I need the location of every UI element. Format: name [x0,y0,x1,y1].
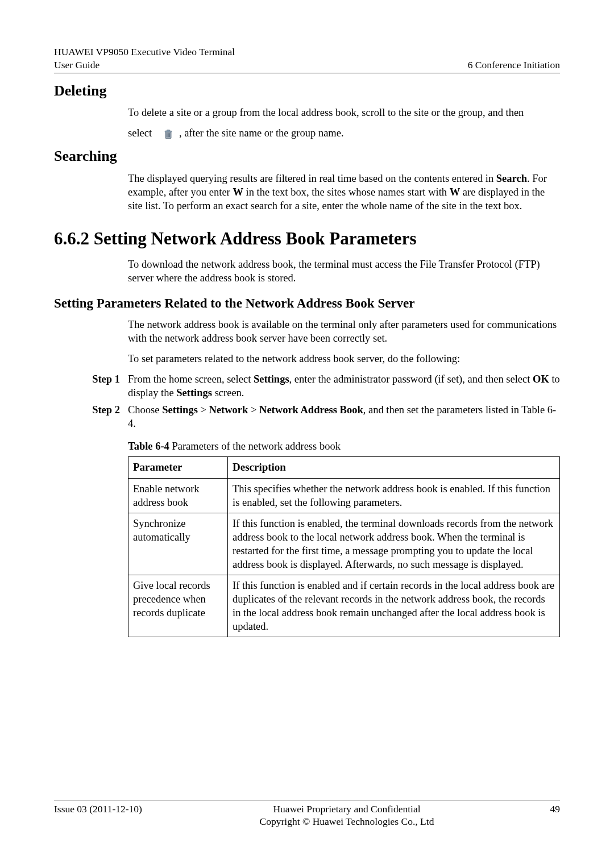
svg-rect-2 [168,133,168,137]
s2b: Settings [162,404,198,416]
step-1-label: Step 1 [54,372,128,386]
step-2-body: Choose Settings > Network > Network Addr… [128,403,560,430]
td-desc: If this function is enabled, the termina… [228,513,560,575]
s1a: From the home screen, select [128,373,254,385]
step-2-label: Step 2 [54,403,128,417]
parameters-table: Parameter Description Enable network add… [128,456,560,637]
s2c: > [198,404,209,416]
searching-p1: The displayed querying results are filte… [128,172,560,213]
footer-mid1: Huawei Proprietary and Confidential [273,803,420,815]
table-caption-b: Table 6-4 [128,441,169,452]
s1c: , enter the administrator password (if s… [289,373,533,385]
s1d: OK [533,373,549,385]
header-product-name: HUAWEI VP9050 Executive Video Terminal [54,45,235,59]
setparams-p1: The network address book is available on… [128,318,560,345]
setparams-p2: To set parameters related to the network… [128,352,560,366]
section-662-title: 6.6.2 Setting Network Address Book Param… [54,227,560,250]
footer-issue: Issue 03 (2011-12-10) [54,803,168,816]
td-desc: This specifies whether the network addre… [228,478,560,513]
page-header: HUAWEI VP9050 Executive Video Terminal U… [54,45,560,73]
deleting-p2: select , after the site name or the grou… [128,126,560,140]
step-2-row: Step 2 Choose Settings > Network > Netwo… [54,403,560,430]
svg-rect-1 [167,133,167,137]
header-left: HUAWEI VP9050 Executive Video Terminal U… [54,45,235,72]
svg-rect-3 [169,133,169,137]
section-deleting-title: Deleting [54,81,560,101]
searching-p1-b: Search [496,173,527,184]
trash-icon [163,128,174,140]
s1b: Settings [254,373,289,385]
header-chapter: 6 Conference Initiation [468,59,560,70]
td-param: Synchronize automatically [128,513,228,575]
table-caption-rest: Parameters of the network address book [169,441,341,452]
footer-page-number: 49 [526,803,560,816]
th-parameter: Parameter [128,456,228,478]
footer-center: Huawei Proprietary and Confidential Copy… [168,803,526,829]
table-row: Synchronize automatically If this functi… [128,513,560,575]
footer-mid2: Copyright © Huawei Technologies Co., Ltd [260,816,434,827]
table-caption: Table 6-4 Parameters of the network addr… [128,439,560,453]
svg-rect-5 [167,130,169,131]
s2f: Network Address Book [259,404,363,416]
deleting-p1: To delete a site or a group from the loc… [128,106,560,119]
td-param: Give local records precedence when recor… [128,575,228,637]
td-desc: If this function is enabled and if certa… [228,575,560,637]
s1f: Settings [176,387,212,398]
page-footer: Issue 03 (2011-12-10) Huawei Proprietary… [54,800,560,829]
td-param: Enable network address book [128,478,228,513]
s2d: Network [209,404,248,416]
section-searching-title: Searching [54,147,560,166]
s2a: Choose [128,404,162,416]
sec662-p1: To download the network address book, th… [128,258,560,285]
s2e: > [248,404,259,416]
deleting-rest: , after the site name or the group name. [179,127,344,139]
section-setparams-title: Setting Parameters Related to the Networ… [54,295,560,312]
searching-p1-e: in the text box, the sites whose names s… [243,186,450,198]
table-row: Enable network address book This specifi… [128,478,560,513]
searching-p1-f: W [450,186,460,198]
searching-p1-d: W [233,186,243,198]
deleting-select-label: select [128,127,152,139]
table-row: Give local records precedence when recor… [128,575,560,637]
s1g: screen. [212,387,244,398]
step-1-body: From the home screen, select Settings, e… [128,372,560,400]
header-right: 6 Conference Initiation [468,59,560,72]
step-1-row: Step 1 From the home screen, select Sett… [54,372,560,400]
th-description: Description [228,456,560,478]
searching-p1-a: The displayed querying results are filte… [128,173,496,184]
header-doc-name: User Guide [54,59,235,72]
